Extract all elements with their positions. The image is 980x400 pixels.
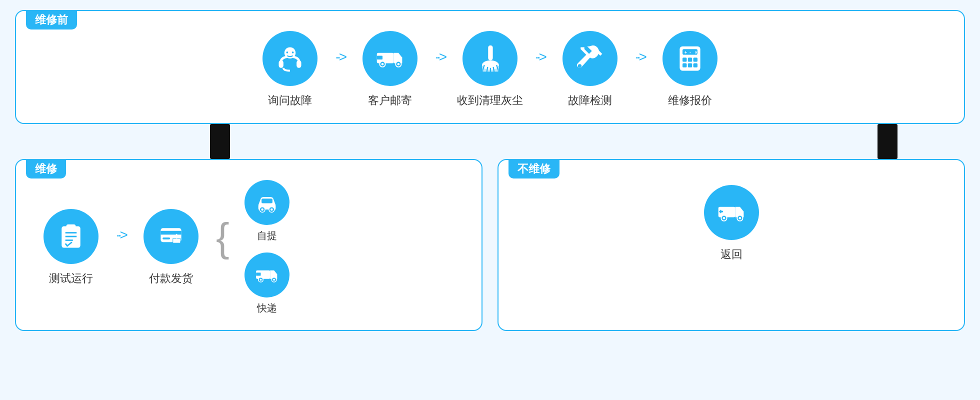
repair-flow: 测试运行 ··> 付款发货 [31, 180, 466, 315]
svg-rect-39 [162, 238, 170, 240]
svg-rect-23 [682, 58, 686, 62]
svg-rect-52 [256, 272, 260, 276]
label-return: 返回 [720, 247, 742, 262]
svg-point-8 [382, 63, 384, 66]
icon-wrench [562, 31, 618, 86]
svg-rect-1 [279, 60, 284, 68]
arrow-4: ··> [635, 49, 645, 65]
flow-item-clean: 收到清理灰尘 [450, 31, 530, 108]
repair-tag: 维修 [26, 160, 66, 178]
svg-rect-11 [377, 56, 382, 60]
svg-point-58 [738, 217, 741, 220]
flow-item-mail: 客户邮寄 [350, 31, 430, 108]
label-test: 测试运行 [49, 271, 93, 286]
icon-card [144, 209, 198, 264]
icon-calculator: + - × [662, 31, 718, 86]
flow-item-test: 测试运行 [31, 209, 111, 286]
svg-point-51 [273, 278, 275, 280]
svg-rect-12 [488, 46, 492, 60]
svg-rect-24 [688, 58, 692, 62]
icon-car [244, 180, 290, 225]
svg-point-56 [722, 217, 725, 220]
svg-point-42 [261, 208, 264, 211]
label-quote: 维修报价 [668, 93, 712, 108]
svg-rect-38 [160, 231, 181, 235]
branch-item-express: 快递 [244, 252, 290, 315]
svg-rect-27 [688, 63, 692, 67]
icon-clipboard [44, 209, 98, 264]
arrow-3: ··> [535, 49, 545, 65]
top-section: 维修前 询问故障 ··> [15, 10, 965, 124]
arrow-2: ··> [435, 49, 445, 65]
icon-delivery [244, 252, 290, 298]
bracket-symbol: { [216, 218, 230, 258]
label-mail: 客户邮寄 [368, 93, 412, 108]
branch-container: 自提 快递 [244, 180, 290, 315]
label-pickup: 自提 [257, 229, 277, 242]
icon-return-truck [704, 185, 759, 240]
label-detect: 故障检测 [568, 93, 612, 108]
svg-point-20 [578, 64, 582, 68]
no-repair-tag: 不维修 [508, 160, 560, 178]
svg-point-3 [286, 52, 288, 54]
flow-item-return: 返回 [692, 185, 772, 262]
flow-item-ask: 询问故障 [250, 31, 330, 108]
svg-point-49 [260, 278, 262, 280]
svg-point-44 [270, 208, 273, 211]
svg-text:-: - [690, 50, 691, 55]
label-pay: 付款发货 [149, 271, 193, 286]
label-clean: 收到清理灰尘 [457, 93, 523, 108]
svg-rect-45 [262, 198, 272, 203]
icon-customer [262, 31, 318, 86]
no-repair-flow: 返回 [514, 185, 949, 262]
flow-item-pay: 付款发货 [131, 209, 211, 286]
svg-rect-28 [693, 63, 697, 67]
repair-section: 维修 测试运行 ··> [15, 159, 482, 331]
connectors [25, 124, 955, 159]
bottom-row: 维修 测试运行 ··> [15, 159, 965, 331]
svg-text:×: × [694, 50, 698, 55]
svg-text:+: + [684, 50, 688, 55]
flow-item-detect: 故障检测 [550, 31, 630, 108]
label-ask: 询问故障 [268, 93, 312, 108]
icon-truck [362, 31, 418, 86]
top-tag: 维修前 [26, 10, 77, 30]
svg-rect-26 [682, 63, 686, 67]
no-repair-section: 不维修 返回 [498, 159, 965, 331]
svg-point-4 [292, 52, 294, 54]
arrow-repair: ··> [116, 227, 126, 243]
svg-rect-2 [296, 60, 301, 68]
label-express: 快递 [257, 302, 277, 315]
svg-rect-25 [693, 58, 697, 62]
connector-left [210, 124, 230, 159]
icon-brush [462, 31, 518, 86]
branch-item-pickup: 自提 [244, 180, 290, 242]
arrow-1: ··> [335, 49, 345, 65]
svg-rect-33 [66, 224, 76, 229]
connector-right [878, 124, 898, 159]
flow-item-quote: + - × 维修报价 [650, 31, 730, 108]
top-flow-row: 询问故障 ··> 客户邮寄 ··> [31, 31, 949, 108]
svg-point-10 [398, 63, 400, 66]
